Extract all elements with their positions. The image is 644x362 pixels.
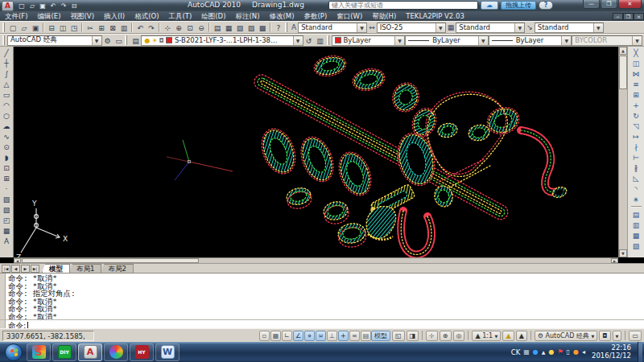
status-toggle-button[interactable]: ▦	[270, 331, 281, 341]
taskbar-app-pinwheel[interactable]	[104, 343, 128, 361]
modify-tool-icon[interactable]: ╳	[630, 47, 642, 58]
modify-tool-icon[interactable]: ▥	[630, 220, 642, 230]
modify-tool-icon[interactable]: ⊢	[630, 152, 642, 162]
modify-tool-icon[interactable]: +	[630, 100, 642, 110]
modify-tool-icon[interactable]: ↻	[630, 110, 642, 121]
draw-tool-icon[interactable]: ▭	[1, 89, 13, 100]
volume-tray-icon[interactable]: ◂	[582, 349, 585, 356]
zoom-icon[interactable]: ⊕	[440, 331, 452, 341]
draw-tool-icon[interactable]: △	[1, 79, 13, 89]
toolbar-icon[interactable]: ▧	[234, 23, 246, 33]
status-toggle-button[interactable]: ⋄	[304, 331, 315, 341]
draw-tool-icon[interactable]: ∿	[1, 131, 13, 142]
qat-button-icon[interactable]: ↷	[59, 2, 68, 10]
menu-item[interactable]: 工具(T)	[163, 11, 196, 21]
status-toggle-button[interactable]: ⊥	[327, 331, 337, 341]
tab-nav-icon[interactable]: ▶	[21, 265, 30, 273]
search-input[interactable]	[328, 1, 478, 10]
menu-item[interactable]: 帮助(H)	[367, 11, 401, 21]
layer-previous-icon[interactable]: ▥	[315, 35, 326, 46]
security-alert-tray-icon[interactable]: ⚑	[557, 349, 563, 356]
draw-tool-icon[interactable]: ⊙	[1, 142, 13, 152]
taskbar-app-autocad[interactable]: A	[78, 343, 102, 361]
toolbar-icon[interactable]: ⊟	[46, 23, 57, 33]
toolbar-icon[interactable]: ⊡	[184, 23, 196, 33]
toolbar-grip[interactable]	[2, 23, 5, 32]
help-button[interactable]: ?	[539, 1, 553, 10]
toolbar-icon[interactable]: ▩	[257, 23, 268, 33]
toolbar-icon[interactable]: ⊠	[107, 23, 118, 33]
toolbar-icon[interactable]: ⊞	[96, 23, 107, 33]
toolbar-icon[interactable]: ◫	[57, 23, 68, 33]
toolbar-icon[interactable]: ▣	[30, 23, 41, 33]
modify-tool-icon[interactable]: ≡	[630, 79, 642, 89]
qat-button-icon[interactable]: ↶	[48, 2, 58, 10]
toolbar-icon[interactable]: ⊕	[173, 23, 184, 33]
make-layer-current-icon[interactable]: ↺	[303, 35, 315, 46]
toolbar-icon[interactable]: ◳	[68, 23, 80, 33]
text-style-combo[interactable]: Standard ▼	[298, 23, 367, 33]
keyboard-tray-icon[interactable]: ▦	[523, 349, 530, 356]
quick-view-drawings-icon[interactable]: ◨	[407, 331, 419, 341]
layer-freeze-sun-icon[interactable]: ☀	[151, 37, 157, 44]
scroll-up-icon[interactable]: ▲	[619, 47, 627, 55]
status-toggle-button[interactable]: +	[338, 331, 349, 341]
draw-tool-icon[interactable]: ☁	[1, 121, 13, 131]
restore-button[interactable]: ❐	[601, 0, 617, 9]
toolbar-grip[interactable]	[125, 35, 127, 45]
toolbar-icon[interactable]: ▥	[118, 23, 130, 33]
taskbar-app-word[interactable]: W	[155, 343, 180, 361]
command-window-grip[interactable]	[0, 274, 6, 329]
draw-tool-icon[interactable]: ·	[1, 183, 13, 194]
doc-close-button[interactable]: ×	[634, 13, 644, 20]
toolbar-icon[interactable]: ▨	[246, 23, 257, 33]
menu-item[interactable]: 参数(P)	[299, 11, 332, 21]
menu-item[interactable]: 窗口(W)	[332, 11, 367, 21]
menu-item[interactable]: 插入(I)	[99, 11, 130, 21]
toolbar-grip[interactable]	[327, 35, 329, 45]
tab-nav-icon[interactable]: |◀	[2, 265, 10, 273]
modify-tool-icon[interactable]: ↦	[630, 131, 642, 142]
horizontal-scrollbar[interactable]: ◀ ▶	[14, 257, 618, 263]
status-menu-icon[interactable]: ▼	[613, 331, 622, 341]
layout-tab[interactable]: 模型	[42, 264, 70, 273]
workspace-switch-button[interactable]: ⚙ AutoCAD 经典 ▼	[535, 331, 597, 341]
chevron-down-icon[interactable]: ▼	[394, 36, 404, 45]
draw-tool-icon[interactable]: ┼	[1, 58, 13, 68]
menu-item[interactable]: TEKLA2PIP V2.03	[401, 11, 469, 21]
layout-tab[interactable]: 布局1	[69, 264, 101, 273]
status-toggle-button[interactable]: ▫	[259, 331, 270, 341]
annotation-autoscale-icon[interactable]: ▲	[516, 331, 527, 341]
status-toggle-button[interactable]: ≍	[316, 331, 326, 341]
chevron-down-icon[interactable]: ▼	[357, 23, 366, 32]
vertical-scrollbar[interactable]: ▲ ▼	[618, 47, 627, 257]
annotation-scale-button[interactable]: ▲ 1:1 ▼	[472, 331, 501, 341]
draw-tool-icon[interactable]: ╱	[1, 47, 13, 58]
draw-tool-icon[interactable]: A	[1, 236, 13, 246]
minimize-button[interactable]: —	[583, 0, 600, 9]
toolbar-icon[interactable]: ⊖	[196, 23, 207, 33]
linetype-combo[interactable]: ByLayer ▼	[405, 35, 489, 46]
modify-tool-icon[interactable]: ◫	[630, 58, 642, 68]
toolbar-grip[interactable]	[2, 35, 5, 45]
qat-button-icon[interactable]: ▱	[27, 2, 37, 10]
messenger-tray-icon[interactable]: ●	[533, 349, 539, 356]
toolbar-icon[interactable]	[81, 23, 83, 32]
modify-tool-icon[interactable]: ∤	[630, 142, 642, 152]
doc-restore-button[interactable]: ❐	[623, 13, 634, 20]
yellow-status-tray-icon[interactable]: ●	[548, 349, 554, 356]
qat-button-icon[interactable]: ▢	[17, 2, 27, 10]
taskbar-app-sogou[interactable]: S	[27, 343, 51, 361]
lineweight-combo[interactable]: ByLayer ▼	[489, 35, 572, 46]
language-indicator[interactable]: CK	[511, 348, 521, 356]
draw-tool-icon[interactable]: ◗	[1, 152, 13, 162]
workspace-save-icon[interactable]: ▭	[114, 35, 125, 46]
toolbar-lock-icon[interactable]: ◘	[599, 331, 610, 341]
show-desktop-button[interactable]	[638, 342, 642, 362]
draw-tool-icon[interactable]: ○	[1, 110, 13, 121]
annotation-visibility-icon[interactable]: ▲	[502, 331, 514, 341]
draw-tool-icon[interactable]: ◠	[1, 100, 13, 110]
menu-item[interactable]: 编辑(E)	[33, 11, 66, 21]
status-toggle-button[interactable]: ∠	[293, 331, 303, 341]
toolbar-icon[interactable]: ↶	[134, 23, 146, 33]
